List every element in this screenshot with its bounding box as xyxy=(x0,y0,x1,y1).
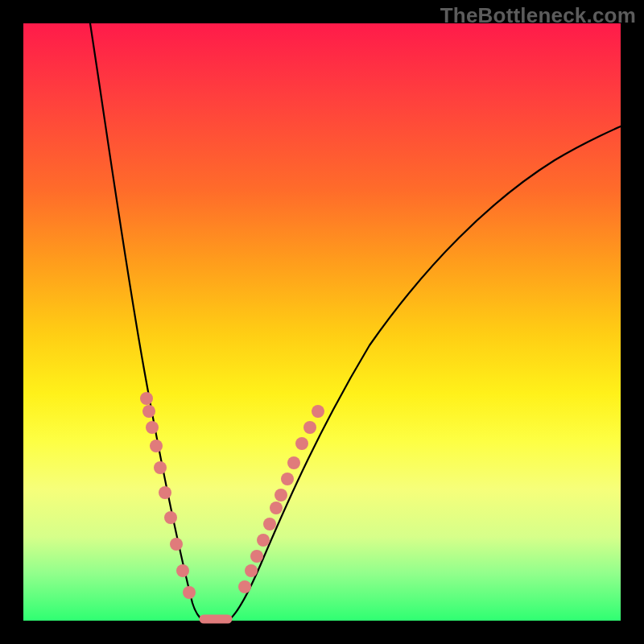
watermark-text: TheBottleneck.com xyxy=(440,3,636,28)
dot-left xyxy=(140,392,153,405)
dot-right xyxy=(257,534,270,547)
left-branch-dots xyxy=(140,392,196,599)
curve-right-branch xyxy=(228,126,621,621)
plot-area xyxy=(23,23,621,621)
dot-left xyxy=(170,538,183,551)
dot-right xyxy=(295,437,308,450)
dot-right xyxy=(245,564,258,577)
curve-left-branch xyxy=(90,23,204,621)
dot-right xyxy=(263,518,276,530)
dot-right xyxy=(275,489,287,502)
dot-left xyxy=(159,486,171,499)
dot-right xyxy=(270,502,283,514)
dot-left xyxy=(176,564,189,577)
dot-right xyxy=(238,580,251,593)
curve-layer xyxy=(23,23,621,621)
dot-right xyxy=(312,405,324,418)
dot-right xyxy=(287,456,300,469)
dot-right xyxy=(281,473,294,485)
dot-left xyxy=(183,586,196,599)
right-branch-dots xyxy=(238,405,324,593)
dot-right xyxy=(250,550,263,563)
dot-left xyxy=(154,461,167,474)
dot-left xyxy=(150,440,163,452)
dot-left xyxy=(146,421,159,434)
dot-left xyxy=(164,511,177,524)
dot-right xyxy=(303,421,316,434)
chart-frame: TheBottleneck.com xyxy=(0,0,644,644)
dot-left xyxy=(142,405,155,418)
